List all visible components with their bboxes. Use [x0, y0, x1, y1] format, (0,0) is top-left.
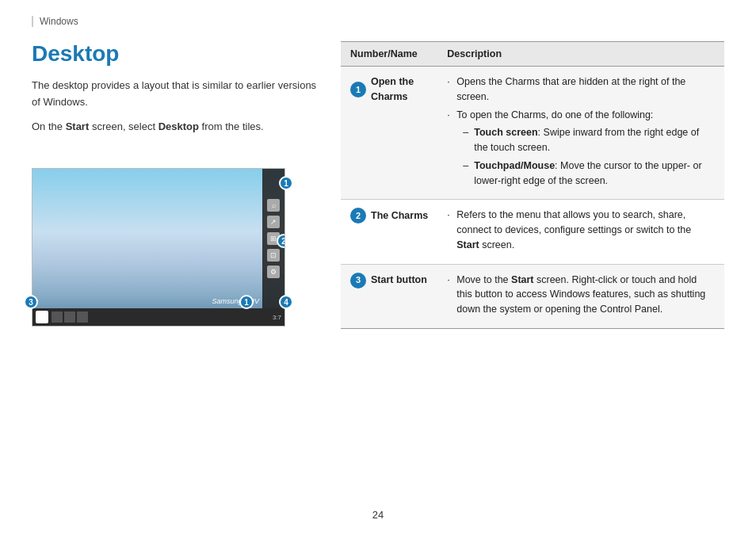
- screenshot-wrapper: ⌕ ↗ ⊞ ⊡ ⚙ Samsung ATIV: [32, 155, 285, 327]
- description-1: The desktop provides a layout that is si…: [32, 78, 317, 111]
- num-badge-1: 1: [350, 82, 366, 97]
- row-1-sub-1: Touch screen: Swipe inward from the righ…: [463, 125, 715, 155]
- left-panel: Desktop The desktop provides a layout th…: [32, 41, 317, 329]
- row-3-name: 3 Start button: [341, 264, 437, 328]
- row-3-name-cell: 3 Start button: [350, 273, 428, 289]
- row-2-name: 2 The Charms: [341, 200, 437, 264]
- col2-header: Description: [437, 42, 724, 67]
- row-3-bullet-1: Move to the Start screen. Right-click or…: [447, 273, 715, 317]
- taskbar-right: 3:7: [273, 314, 281, 321]
- page-number: 24: [372, 509, 384, 521]
- row-1-bullet-list: Opens the Charms that are hidden at the …: [447, 75, 715, 188]
- main-content: Desktop The desktop provides a layout th…: [32, 41, 724, 329]
- num-badge-3: 3: [350, 273, 366, 289]
- row-1-name: 1 Open theCharms: [341, 67, 437, 200]
- table-row-1: 1 Open theCharms Opens the Charms that a…: [341, 67, 724, 200]
- row-1-desc: Opens the Charms that are hidden at the …: [437, 67, 724, 200]
- row-2-bullet-list: Refers to the menu that allows you to se…: [447, 208, 715, 252]
- col1-header: Number/Name: [341, 42, 437, 67]
- row-3-bullet-list: Move to the Start screen. Right-click or…: [447, 273, 715, 317]
- row-1-bullet-1: Opens the Charms that are hidden at the …: [447, 75, 715, 105]
- num-badge-2: 2: [350, 208, 366, 224]
- badge-1-top: 1: [279, 176, 293, 190]
- row-2-name-cell: 2 The Charms: [350, 208, 428, 224]
- row-2-label: The Charms: [371, 208, 428, 224]
- row-1-sub-list: Touch screen: Swipe inward from the righ…: [463, 125, 715, 188]
- badge-4: 4: [279, 295, 293, 309]
- row-1-name-cell: 1 Open theCharms: [350, 75, 428, 105]
- row-3-label: Start button: [371, 273, 427, 288]
- row-1-label: Open theCharms: [371, 75, 414, 105]
- row-2-desc: Refers to the menu that allows you to se…: [437, 200, 724, 264]
- taskbar-icon-1: [52, 311, 63, 323]
- taskbar-icon-3: [77, 311, 88, 323]
- table-row-3: 3 Start button Move to the Start screen.…: [341, 264, 724, 328]
- start-bold: Start: [66, 120, 90, 132]
- desktop-bold: Desktop: [158, 120, 199, 132]
- row-1-bullet-2: To open the Charms, do one of the follow…: [447, 108, 715, 189]
- table-row-2: 2 The Charms Refers to the menu that all…: [341, 200, 724, 264]
- charm-devices: ⊡: [267, 249, 280, 262]
- description-2: On the Start screen, select Desktop from…: [32, 119, 317, 136]
- charm-share: ↗: [267, 216, 280, 228]
- row-3-desc: Move to the Start screen. Right-click or…: [437, 264, 724, 328]
- taskbar-time: 3:7: [273, 314, 281, 321]
- right-panel: Number/Name Description 1 Open theCharms: [341, 41, 724, 329]
- page-title: Desktop: [32, 41, 317, 67]
- page: Windows Desktop The desktop provides a l…: [0, 0, 756, 535]
- taskbar-start-button: [36, 311, 48, 323]
- info-table: Number/Name Description 1 Open theCharms: [341, 41, 724, 329]
- taskbar-icons: [52, 311, 88, 323]
- charm-settings: ⚙: [267, 266, 280, 278]
- row-2-bullet-1: Refers to the menu that allows you to se…: [447, 208, 715, 252]
- row-1-sub-2: Touchpad/Mouse: Move the cursor to the u…: [463, 159, 715, 189]
- charm-search: ⌕: [267, 199, 280, 212]
- taskbar-icon-2: [64, 311, 75, 323]
- breadcrumb: Windows: [32, 16, 724, 27]
- taskbar: 3:7: [32, 308, 284, 326]
